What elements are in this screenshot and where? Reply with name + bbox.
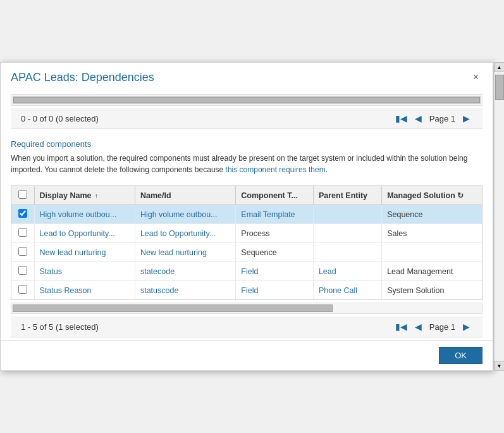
- top-page-label: Page 1: [429, 114, 455, 123]
- top-scrollbar-track: [13, 96, 481, 104]
- required-title: Required components: [11, 139, 482, 149]
- top-scrollbar-thumb: [13, 97, 480, 103]
- row-checkbox-cell: [11, 243, 34, 262]
- row-checkbox[interactable]: [18, 285, 27, 294]
- bottom-first-page-button[interactable]: ▮◀: [393, 320, 410, 333]
- row-component-type: Email Template: [236, 205, 314, 224]
- row-checkbox[interactable]: [18, 209, 27, 218]
- bottom-next-page-button[interactable]: ▶: [460, 320, 472, 333]
- top-prev-page-button[interactable]: ◀: [412, 112, 424, 125]
- scroll-up-button[interactable]: ▲: [495, 62, 505, 72]
- top-record-count: 0 - 0 of 0 (0 selected): [21, 114, 99, 123]
- header-name-id: Name/Id: [135, 186, 235, 205]
- row-display-name: New lead nurturing: [34, 243, 135, 262]
- right-scrollbar[interactable]: ▲ ▼: [494, 62, 504, 371]
- bottom-pagination-controls: ▮◀ ◀ Page 1 ▶: [393, 320, 472, 333]
- row-name-id: New lead nurturing: [135, 243, 235, 262]
- row-checkbox[interactable]: [18, 228, 27, 237]
- row-name-id: High volume outbou...: [135, 205, 235, 224]
- row-managed-solution: Sales: [382, 224, 482, 243]
- top-pagination-bar: 0 - 0 of 0 (0 selected) ▮◀ ◀ Page 1 ▶: [11, 108, 482, 129]
- row-checkbox-cell: [11, 205, 34, 224]
- bottom-prev-page-button[interactable]: ◀: [412, 320, 424, 333]
- dialog: APAC Leads: Dependencies × 0 - 0 of 0 (0…: [0, 62, 493, 371]
- bottom-page-label: Page 1: [429, 322, 455, 332]
- table-row: New lead nurturingNew lead nurturingSequ…: [11, 243, 482, 262]
- row-parent-entity: [313, 243, 381, 262]
- row-parent-entity: [313, 205, 381, 224]
- top-scrollbar[interactable]: [11, 94, 482, 106]
- row-component-type: Field: [236, 262, 314, 281]
- row-component-type: Process: [236, 224, 314, 243]
- row-checkbox[interactable]: [18, 247, 27, 256]
- row-display-name: Lead to Opportunity...: [34, 224, 135, 243]
- required-desc-link: this component requires them: [226, 165, 326, 174]
- row-name-id: statuscode: [135, 281, 235, 300]
- top-next-page-button[interactable]: ▶: [460, 112, 472, 125]
- row-component-type: Field: [236, 281, 314, 300]
- table-row: Lead to Opportunity...Lead to Opportunit…: [11, 224, 482, 243]
- refresh-icon[interactable]: ↻: [457, 191, 464, 200]
- scroll-down-button[interactable]: ▼: [495, 361, 505, 371]
- title-bar: APAC Leads: Dependencies ×: [1, 63, 493, 89]
- header-component-type: Component T...: [236, 186, 314, 205]
- row-checkbox-cell: [11, 224, 34, 243]
- row-parent-entity: Lead: [313, 262, 381, 281]
- row-display-name: Status: [34, 262, 135, 281]
- row-parent-entity: [313, 224, 381, 243]
- header-managed-solution: Managed Solution ↻: [382, 186, 482, 205]
- required-desc-part3: .: [326, 165, 328, 174]
- top-first-page-button[interactable]: ▮◀: [393, 112, 410, 125]
- dialog-footer: OK: [1, 340, 493, 370]
- dialog-title: APAC Leads: Dependencies: [11, 71, 154, 84]
- vertical-scrollbar-thumb: [495, 75, 504, 100]
- header-parent-entity: Parent Entity: [313, 186, 381, 205]
- bottom-pagination-bar: 1 - 5 of 5 (1 selected) ▮◀ ◀ Page 1 ▶: [11, 317, 482, 337]
- table-body: High volume outbou...High volume outbou.…: [11, 205, 482, 300]
- required-section: Required components When you import a so…: [1, 129, 493, 180]
- row-display-name: Status Reason: [34, 281, 135, 300]
- table-header-row: Display Name ↑ Name/Id Component T... Pa…: [11, 186, 482, 205]
- header-display-name: Display Name ↑: [34, 186, 135, 205]
- sort-arrow-icon: ↑: [95, 192, 98, 199]
- row-managed-solution: [382, 243, 482, 262]
- required-description: When you import a solution, the required…: [11, 153, 482, 175]
- bottom-scrollbar[interactable]: [11, 303, 482, 314]
- top-pagination-controls: ▮◀ ◀ Page 1 ▶: [393, 112, 472, 125]
- bottom-record-count: 1 - 5 of 5 (1 selected): [21, 322, 99, 332]
- row-checkbox-cell: [11, 281, 34, 300]
- row-name-id: statecode: [135, 262, 235, 281]
- header-checkbox-col: [11, 186, 34, 205]
- table-row: StatusstatecodeFieldLeadLead Management: [11, 262, 482, 281]
- row-display-name: High volume outbou...: [34, 205, 135, 224]
- table: Display Name ↑ Name/Id Component T... Pa…: [11, 186, 482, 299]
- row-managed-solution: System Solution: [382, 281, 482, 300]
- close-button[interactable]: ×: [469, 70, 482, 84]
- table-row: High volume outbou...High volume outbou.…: [11, 205, 482, 224]
- row-managed-solution: Lead Management: [382, 262, 482, 281]
- row-checkbox-cell: [11, 262, 34, 281]
- row-name-id: Lead to Opportunity...: [135, 224, 235, 243]
- row-checkbox[interactable]: [18, 266, 27, 275]
- row-managed-solution: Sequence: [382, 205, 482, 224]
- row-parent-entity: Phone Call: [313, 281, 381, 300]
- dialog-body: 0 - 0 of 0 (0 selected) ▮◀ ◀ Page 1 ▶ Re…: [1, 89, 493, 337]
- dependencies-table: Display Name ↑ Name/Id Component T... Pa…: [11, 185, 482, 300]
- select-all-checkbox[interactable]: [18, 190, 27, 199]
- bottom-scrollbar-thumb: [13, 304, 333, 312]
- table-row: Status ReasonstatuscodeFieldPhone CallSy…: [11, 281, 482, 300]
- row-component-type: Sequence: [236, 243, 314, 262]
- ok-button[interactable]: OK: [439, 347, 482, 364]
